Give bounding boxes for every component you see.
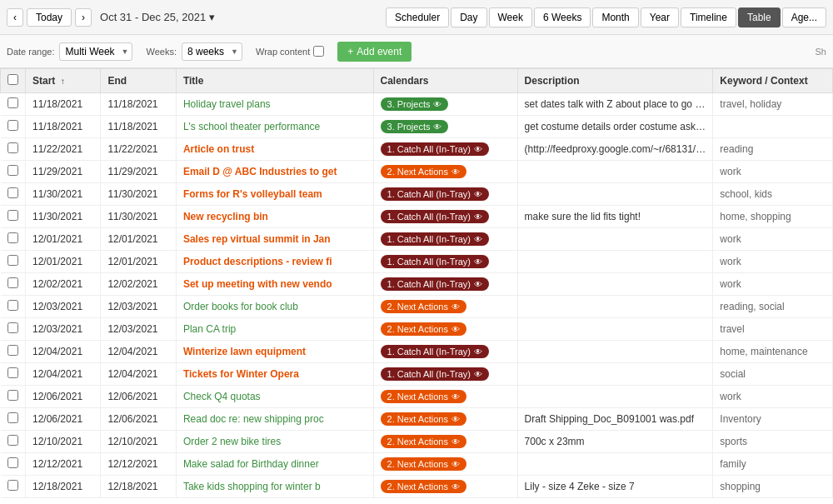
- row-calendar[interactable]: 2. Next Actions: [373, 431, 517, 453]
- row-calendar[interactable]: 1. Catch All (In-Tray): [373, 138, 517, 161]
- weeks-select[interactable]: 8 weeks 4 weeks 2 weeks: [182, 42, 242, 61]
- row-title[interactable]: Tickets for Winter Opera: [176, 363, 373, 386]
- col-description[interactable]: Description: [517, 69, 713, 93]
- tab-scheduler[interactable]: Scheduler: [386, 7, 449, 27]
- tab-timeline[interactable]: Timeline: [681, 7, 736, 27]
- row-checkbox[interactable]: [7, 390, 18, 401]
- row-checkbox-cell[interactable]: [1, 161, 26, 183]
- row-title[interactable]: Make salad for Birthday dinner: [176, 453, 373, 476]
- row-calendar[interactable]: 2. Next Actions: [373, 296, 517, 318]
- row-calendar[interactable]: 2. Next Actions: [373, 386, 517, 408]
- row-checkbox[interactable]: [7, 232, 18, 243]
- row-calendar[interactable]: 2. Next Actions: [373, 318, 517, 341]
- back-icon-btn[interactable]: ‹: [7, 8, 23, 27]
- row-calendar[interactable]: 2. Next Actions: [373, 408, 517, 431]
- row-title[interactable]: Set up meeting with new vendo: [176, 273, 373, 296]
- row-title[interactable]: Winterize lawn equipment: [176, 341, 373, 363]
- row-checkbox-cell[interactable]: [1, 341, 26, 363]
- row-checkbox-cell[interactable]: [1, 228, 26, 251]
- row-checkbox[interactable]: [7, 457, 18, 468]
- row-calendar[interactable]: 2. Next Actions: [373, 161, 517, 183]
- tab-day[interactable]: Day: [451, 7, 486, 27]
- row-checkbox[interactable]: [7, 345, 18, 356]
- row-title[interactable]: Order books for book club: [176, 296, 373, 318]
- row-checkbox[interactable]: [7, 97, 18, 108]
- row-checkbox-cell[interactable]: [1, 363, 26, 386]
- row-calendar[interactable]: 1. Catch All (In-Tray): [373, 363, 517, 386]
- row-checkbox-cell[interactable]: [1, 273, 26, 296]
- row-checkbox-cell[interactable]: [1, 251, 26, 273]
- row-title[interactable]: Plan CA trip: [176, 318, 373, 341]
- row-checkbox[interactable]: [7, 255, 18, 266]
- row-title[interactable]: Take kids shopping for winter b: [176, 476, 373, 498]
- show-button[interactable]: Sh: [816, 47, 826, 57]
- row-checkbox-cell[interactable]: [1, 138, 26, 161]
- row-checkbox[interactable]: [7, 367, 18, 378]
- row-checkbox[interactable]: [7, 300, 18, 311]
- col-start[interactable]: Start ↑: [26, 69, 101, 93]
- row-checkbox[interactable]: [7, 322, 18, 333]
- col-keyword[interactable]: Keyword / Context: [713, 69, 833, 93]
- row-checkbox[interactable]: [7, 435, 18, 446]
- row-checkbox[interactable]: [7, 187, 18, 198]
- row-title[interactable]: Order 2 new bike tires: [176, 431, 373, 453]
- row-checkbox-cell[interactable]: [1, 296, 26, 318]
- today-button[interactable]: Today: [27, 8, 72, 27]
- col-calendars[interactable]: Calendars: [373, 69, 517, 93]
- row-title[interactable]: Product descriptions - review fi: [176, 251, 373, 273]
- row-checkbox-cell[interactable]: [1, 431, 26, 453]
- row-checkbox-cell[interactable]: [1, 93, 26, 116]
- row-checkbox[interactable]: [7, 210, 18, 221]
- tab-agenda[interactable]: Age...: [782, 7, 826, 27]
- wrap-content-checkbox[interactable]: [313, 46, 324, 57]
- row-checkbox[interactable]: [7, 165, 18, 176]
- row-title[interactable]: Holiday travel plans: [176, 93, 373, 116]
- row-checkbox-cell[interactable]: [1, 206, 26, 228]
- row-calendar[interactable]: 3. Projects: [373, 93, 517, 116]
- row-keyword: reading: [713, 138, 833, 161]
- row-calendar[interactable]: 1. Catch All (In-Tray): [373, 341, 517, 363]
- tab-6weeks[interactable]: 6 Weeks: [534, 7, 591, 27]
- date-range-label[interactable]: Oct 31 - Dec 25, 2021 ▾: [100, 11, 215, 23]
- row-calendar[interactable]: 1. Catch All (In-Tray): [373, 251, 517, 273]
- row-calendar[interactable]: 1. Catch All (In-Tray): [373, 206, 517, 228]
- tab-month[interactable]: Month: [592, 7, 638, 27]
- forward-icon-btn[interactable]: ›: [75, 8, 92, 27]
- row-checkbox-cell[interactable]: [1, 183, 26, 206]
- col-title[interactable]: Title: [176, 69, 373, 93]
- col-checkbox[interactable]: [1, 69, 26, 93]
- col-end[interactable]: End: [101, 69, 176, 93]
- row-checkbox[interactable]: [7, 120, 18, 131]
- row-checkbox[interactable]: [7, 480, 18, 491]
- row-title[interactable]: Forms for R's volleyball team: [176, 183, 373, 206]
- row-checkbox-cell[interactable]: [1, 476, 26, 498]
- tab-year[interactable]: Year: [641, 7, 679, 27]
- add-event-button[interactable]: + Add event: [337, 42, 412, 62]
- row-checkbox[interactable]: [7, 142, 18, 153]
- row-title[interactable]: L's school theater performance: [176, 116, 373, 138]
- row-checkbox-cell[interactable]: [1, 408, 26, 431]
- row-checkbox-cell[interactable]: [1, 116, 26, 138]
- row-end: 12/01/2021: [101, 251, 176, 273]
- row-checkbox-cell[interactable]: [1, 318, 26, 341]
- row-title[interactable]: Check Q4 quotas: [176, 386, 373, 408]
- date-range-select[interactable]: Multi Week Single Day Week: [59, 42, 132, 61]
- row-title[interactable]: Read doc re: new shipping proc: [176, 408, 373, 431]
- tab-week[interactable]: Week: [489, 7, 532, 27]
- row-calendar[interactable]: 3. Projects: [373, 116, 517, 138]
- row-title[interactable]: Article on trust: [176, 138, 373, 161]
- row-calendar[interactable]: 2. Next Actions: [373, 476, 517, 498]
- row-calendar[interactable]: 1. Catch All (In-Tray): [373, 273, 517, 296]
- row-checkbox[interactable]: [7, 277, 18, 288]
- row-title[interactable]: Email D @ ABC Industries to get: [176, 161, 373, 183]
- row-checkbox-cell[interactable]: [1, 386, 26, 408]
- row-title[interactable]: Sales rep virtual summit in Jan: [176, 228, 373, 251]
- tab-table[interactable]: Table: [738, 7, 781, 27]
- row-calendar[interactable]: 1. Catch All (In-Tray): [373, 228, 517, 251]
- row-title[interactable]: New recycling bin: [176, 206, 373, 228]
- select-all-checkbox[interactable]: [7, 74, 18, 85]
- row-calendar[interactable]: 1. Catch All (In-Tray): [373, 183, 517, 206]
- row-checkbox-cell[interactable]: [1, 453, 26, 476]
- row-checkbox[interactable]: [7, 412, 18, 423]
- row-calendar[interactable]: 2. Next Actions: [373, 453, 517, 476]
